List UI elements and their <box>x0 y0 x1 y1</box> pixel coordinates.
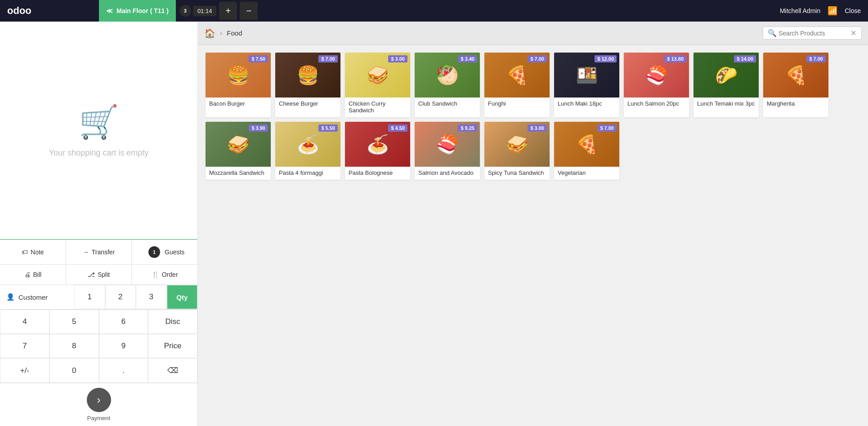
transfer-button[interactable]: → Transfer <box>66 240 132 264</box>
numpad-2[interactable]: 2 <box>105 285 136 309</box>
numpad-backspace[interactable]: ⌫ <box>148 358 197 383</box>
product-card-mozzarella-sandwich[interactable]: 🥪 $ 3.90 Mozzarella Sandwich <box>206 122 271 180</box>
price-tag: $ 9.25 <box>458 124 477 132</box>
numpad-5[interactable]: 5 <box>49 310 99 334</box>
product-name: Lunch Salmon 20pc <box>624 98 689 111</box>
qty-button[interactable]: Qty <box>167 285 198 309</box>
split-icon: ⎇ <box>88 271 95 278</box>
price-tag: $ 13.80 <box>664 55 686 62</box>
bill-button[interactable]: 🖨 Bill <box>0 265 66 284</box>
price-tag: $ 5.50 <box>318 124 338 132</box>
payment-wrapper: › Payment <box>87 388 111 422</box>
product-card-lunch-maki-18pc[interactable]: 🍱 $ 12.00 Lunch Maki 18pc <box>554 53 619 117</box>
product-emoji: 🍕 <box>506 65 528 86</box>
right-panel: 🏠 › Food 🔍 ✕ 🍔 $ 7.50 Bacon Burger 🍔 $ 7… <box>198 22 868 426</box>
price-tag: $ 3.00 <box>528 124 547 132</box>
fork-icon: 🍴 <box>152 271 159 278</box>
chevron-right-icon: › <box>97 394 101 406</box>
product-name: Chicken Curry Sandwich <box>345 98 410 117</box>
remove-order-button[interactable]: − <box>240 2 258 20</box>
payment-label: Payment <box>87 415 110 422</box>
product-emoji: 🍔 <box>227 65 250 86</box>
price-tag: $ 7.00 <box>597 124 617 132</box>
disc-button[interactable]: Disc <box>148 310 197 334</box>
main-layout: 🛒 Your shopping cart is empty 🏷 Note → T… <box>0 22 868 426</box>
add-order-button[interactable]: + <box>219 2 237 20</box>
product-emoji: 🍝 <box>367 134 389 155</box>
product-name: Lunch Maki 18pc <box>554 98 619 111</box>
numpad-1[interactable]: 1 <box>74 285 105 309</box>
floor-label: Main Floor ( T11 ) <box>116 7 169 14</box>
cart-icon: 🛒 <box>79 103 119 141</box>
split-button[interactable]: ⎇ Split <box>66 265 132 284</box>
numpad-dot[interactable]: . <box>99 358 148 383</box>
payment-button[interactable]: › <box>87 388 111 412</box>
product-name: Margherita <box>763 98 828 111</box>
wifi-icon: 📶 <box>828 6 837 16</box>
price-button[interactable]: Price <box>148 334 197 358</box>
product-emoji: 🥪 <box>367 65 389 86</box>
product-grid: 🍔 $ 7.50 Bacon Burger 🍔 $ 7.00 Cheese Bu… <box>198 45 868 187</box>
product-name: Salmon and Avocado <box>415 167 480 180</box>
product-emoji: 🍕 <box>576 134 598 155</box>
breadcrumb-bar: 🏠 › Food 🔍 ✕ <box>198 22 868 45</box>
product-emoji: 🥙 <box>436 65 459 86</box>
home-icon[interactable]: 🏠 <box>204 28 215 39</box>
plus-icon: + <box>226 6 231 16</box>
product-card-spicy-tuna-sandwich[interactable]: 🥪 $ 3.00 Spicy Tuna Sandwich <box>484 122 550 180</box>
search-clear-button[interactable]: ✕ <box>850 29 856 37</box>
product-name: Lunch Temaki mix 3pc <box>694 98 759 111</box>
product-name: Vegetarian <box>554 167 619 180</box>
product-name: Mozzarella Sandwich <box>206 167 271 180</box>
product-card-funghi[interactable]: 🍕 $ 7.00 Funghi <box>484 53 550 117</box>
search-bar: 🔍 ✕ <box>763 27 862 40</box>
back-arrow-icon: ≪ <box>106 7 113 14</box>
person-icon: 👤 <box>6 293 15 301</box>
product-emoji: 🥪 <box>227 134 250 155</box>
logo: odoo <box>7 5 31 17</box>
guests-button[interactable]: 1 Guests <box>132 240 197 264</box>
floor-button[interactable]: ≪ Main Floor ( T11 ) <box>99 0 176 22</box>
close-button[interactable]: Close <box>845 7 861 14</box>
numpad-9[interactable]: 9 <box>99 334 148 358</box>
search-input[interactable] <box>779 30 850 37</box>
note-button[interactable]: 🏷 Note <box>0 240 66 264</box>
action-buttons: 🏷 Note → Transfer 1 Guests <box>0 240 197 264</box>
product-card-bacon-burger[interactable]: 🍔 $ 7.50 Bacon Burger <box>206 53 271 117</box>
product-emoji: 🍣 <box>645 65 668 86</box>
breadcrumb-category: Food <box>227 29 242 37</box>
numpad-plusminus[interactable]: +/- <box>0 358 49 383</box>
product-card-lunch-temaki-3pc[interactable]: 🌮 $ 14.00 Lunch Temaki mix 3pc <box>694 53 759 117</box>
price-tag: $ 3.00 <box>388 55 407 62</box>
topbar: odoo ≪ Main Floor ( T11 ) 3 01:14 + − Mi… <box>0 0 868 22</box>
numpad-6[interactable]: 6 <box>99 310 148 334</box>
product-card-vegetarian[interactable]: 🍕 $ 7.00 Vegetarian <box>554 122 619 180</box>
product-emoji: 🍝 <box>297 134 319 155</box>
product-card-salmon-avocado[interactable]: 🍣 $ 9.25 Salmon and Avocado <box>415 122 480 180</box>
numpad-8[interactable]: 8 <box>49 334 99 358</box>
product-card-club-sandwich[interactable]: 🥙 $ 3.40 Club Sandwich <box>415 53 480 117</box>
order-button[interactable]: 🍴 Order <box>132 265 197 284</box>
breadcrumb-separator: › <box>220 29 222 37</box>
product-name: Pasta Bolognese <box>345 167 410 180</box>
numpad-0[interactable]: 0 <box>49 358 99 383</box>
action-buttons-2: 🖨 Bill ⎇ Split 🍴 Order <box>0 264 197 284</box>
logo-area: odoo <box>0 5 99 17</box>
numpad-3[interactable]: 3 <box>136 285 167 309</box>
product-card-pasta-bolognese[interactable]: 🍝 $ 4.50 Pasta Bolognese <box>345 122 410 180</box>
product-card-margherita[interactable]: 🍕 $ 7.00 Margherita <box>763 53 828 117</box>
numpad-area: 👤 Customer 1 2 3 Qty 4 5 6 Disc 7 8 9 Pr… <box>0 284 197 426</box>
price-tag: $ 3.90 <box>249 124 268 132</box>
product-card-chicken-curry-sandwich[interactable]: 🥪 $ 3.00 Chicken Curry Sandwich <box>345 53 410 117</box>
price-tag: $ 4.50 <box>388 124 407 132</box>
payment-section: › Payment <box>0 383 197 426</box>
price-tag: $ 12.00 <box>595 55 617 62</box>
numpad-7[interactable]: 7 <box>0 334 49 358</box>
numpad-4[interactable]: 4 <box>0 310 49 334</box>
product-emoji: 🍔 <box>297 65 319 86</box>
product-card-lunch-salmon-20pc[interactable]: 🍣 $ 13.80 Lunch Salmon 20pc <box>624 53 689 117</box>
product-card-cheese-burger[interactable]: 🍔 $ 7.00 Cheese Burger <box>275 53 340 117</box>
guests-badge: 1 <box>148 246 160 258</box>
product-card-pasta-4-formaggi[interactable]: 🍝 $ 5.50 Pasta 4 formaggi <box>275 122 340 180</box>
customer-button[interactable]: 👤 Customer <box>0 288 74 306</box>
